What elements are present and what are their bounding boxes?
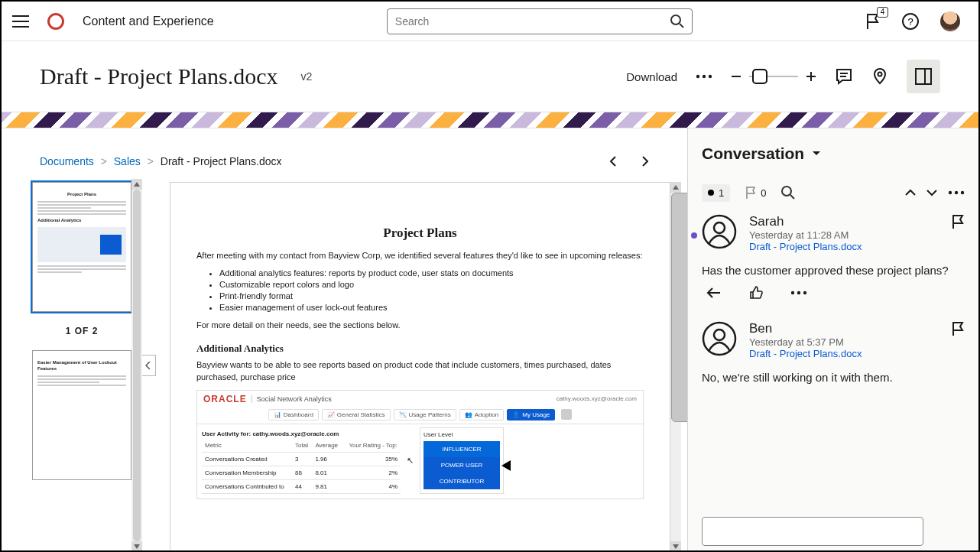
conversation-message: Ben Yesterday at 5:37 PM Draft - Project… [702,321,965,393]
reply-icon[interactable] [706,286,722,300]
svg-point-11 [961,191,964,194]
doc-bullet: Easier management of user lock-out featu… [219,303,644,312]
prev-page-icon[interactable] [609,156,617,167]
svg-point-8 [782,187,791,196]
thumbnail-page-2[interactable]: Easier Management of User Lockout Featur… [32,350,131,480]
unread-dot-icon [708,190,714,196]
zoom-control [731,71,816,82]
conversation-dropdown-icon[interactable] [812,151,821,157]
message-text: Has the customer approved these project … [702,263,965,278]
user-avatar[interactable] [940,11,960,31]
pointer-icon [501,460,511,471]
embed-level-title: User Level [423,431,500,438]
embed-level: INFLUENCER [423,441,500,457]
doc-section-body: Bayview wants to be able to see reports … [196,359,644,384]
more-actions-icon[interactable] [696,74,712,79]
message-flag-icon[interactable] [951,214,965,252]
reply-input[interactable] [702,517,923,546]
oracle-logo-icon [47,13,64,30]
zoom-slider[interactable] [749,76,798,77]
svg-point-16 [803,291,806,294]
svg-point-6 [878,73,882,76]
svg-point-18 [714,330,725,340]
svg-point-15 [797,291,800,294]
search-field[interactable] [387,8,693,34]
notifications-flag-icon[interactable]: 4 [865,13,881,30]
page-thumbnails: Project Plans Additional Analytics 1 OF … [32,179,131,552]
pin-marker-icon[interactable] [871,67,888,86]
scroll-down-icon[interactable] [926,189,937,196]
next-page-icon[interactable] [641,156,649,167]
zoom-out-button[interactable] [731,71,741,82]
message-file-link[interactable]: Draft - Project Plans.docx [749,348,862,359]
breadcrumb-documents[interactable]: Documents [40,155,94,167]
embed-tab: 👥 Adoption [459,409,505,420]
message-file-link[interactable]: Draft - Project Plans.docx [749,241,862,252]
message-flag-icon[interactable] [951,321,965,359]
svg-point-5 [709,75,712,78]
new-message-dot-icon [691,232,697,239]
svg-point-13 [714,222,725,233]
document-title: Draft - Project Plans.docx [40,63,278,89]
search-input[interactable] [395,15,670,28]
like-icon[interactable] [749,286,763,300]
side-panel-toggle[interactable] [907,60,940,93]
message-author: Sarah [749,214,862,229]
search-icon[interactable] [670,15,684,28]
unread-count[interactable]: 1 [702,184,730,202]
message-time: Yesterday at 5:37 PM [749,336,862,348]
hamburger-icon[interactable] [12,15,29,28]
scroll-up-icon[interactable] [905,189,916,196]
help-icon[interactable]: ? [902,13,919,30]
breadcrumb-folder[interactable]: Sales [114,155,141,167]
doc-more: For more detail on their needs, see the … [196,320,644,332]
document-page: Project Plans After meeting with my cont… [170,182,670,552]
conversation-icon[interactable] [835,67,853,86]
conversation-more-icon[interactable] [948,190,965,195]
message-more-icon[interactable] [790,286,807,300]
svg-point-3 [696,75,699,78]
svg-point-9 [949,191,952,194]
decorative-stripe [2,112,978,128]
flagged-count[interactable]: 0 [739,183,772,202]
embed-tab: 📉 Usage Patterns [394,409,456,420]
svg-point-17 [703,323,735,355]
breadcrumb: Documents > Sales > Draft - Project Plan… [40,155,282,167]
page-indicator: 1 OF 2 [66,326,99,336]
doc-heading: Project Plans [196,226,644,241]
top-bar: Content and Experience 4 ? [2,2,978,41]
embed-avatar-icon [561,409,572,420]
brand-name: Content and Experience [83,15,214,28]
message-avatar-icon [702,321,737,356]
conversation-panel: Conversation 1 0 [688,128,978,552]
doc-bullet: Print-friendly format [219,291,644,300]
zoom-thumb[interactable] [752,69,767,84]
embed-email: cathy.woods.xyz@oracle.com [557,395,637,402]
doc-bullet: Customizable report colors and logo [219,280,644,289]
message-time: Yesterday at 11:28 AM [749,229,862,241]
thumbnail-page-1[interactable]: Project Plans Additional Analytics [32,182,131,312]
thumbnails-scrollbar[interactable] [131,179,142,552]
collapse-thumbnails-icon[interactable] [141,355,156,376]
embed-level: POWER USER [423,457,500,473]
svg-point-0 [671,15,680,24]
message-author: Ben [749,321,862,336]
embed-tab: 📊 Dashboard [268,409,319,420]
document-header: Draft - Project Plans.docx v2 Download [2,41,978,112]
zoom-in-button[interactable] [806,71,816,82]
svg-point-12 [703,216,735,248]
message-avatar-icon [702,214,737,249]
document-version: v2 [301,70,313,83]
doc-bullet: Additional analytics features: reports b… [219,268,644,278]
svg-text:?: ? [907,16,913,28]
embed-table: MetricTotalAverageYour Rating - Top: Con… [202,439,401,494]
embed-brand: ORACLE [203,394,247,404]
reply-area [702,517,965,552]
page-scrollbar[interactable] [670,182,681,552]
svg-point-14 [791,291,794,294]
conversation-search-icon[interactable] [781,186,795,200]
doc-section-heading: Additional Analytics [196,343,644,355]
svg-point-10 [955,191,958,194]
download-button[interactable]: Download [626,70,677,83]
svg-rect-7 [916,69,931,84]
